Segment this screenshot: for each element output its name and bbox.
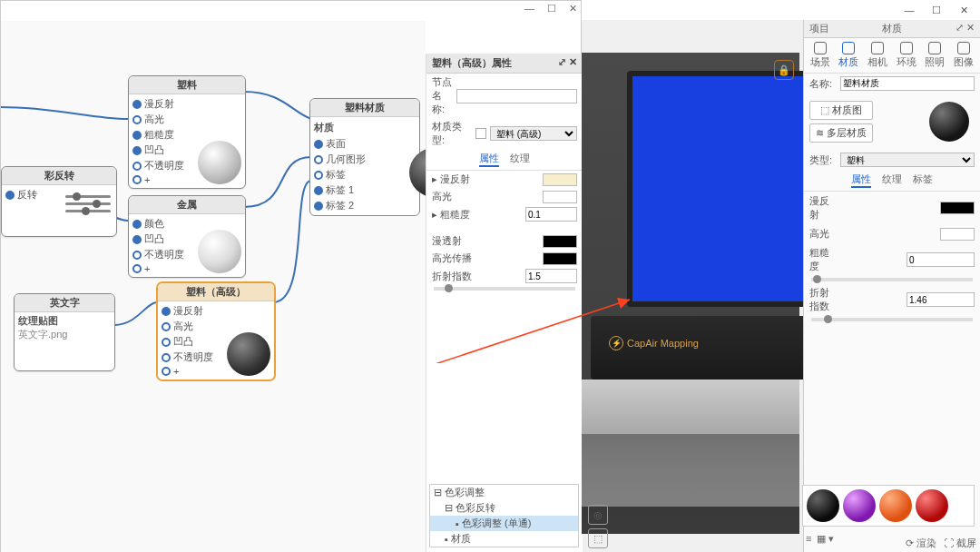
- node-plastic[interactable]: 塑料 漫反射 高光 粗糙度 凹凸 不透明度 +: [128, 75, 246, 189]
- rp-matgraph-button[interactable]: ⬚ 材质图: [809, 101, 873, 120]
- rp-ior-label: 折射指数: [809, 286, 837, 313]
- port-dot[interactable]: [132, 115, 142, 124]
- graph-window-controls: — ☐ ✕: [524, 3, 577, 15]
- node-color-invert-title: 彩反转: [2, 167, 116, 185]
- port-dot[interactable]: [162, 307, 171, 316]
- rp-undock-icon[interactable]: ⤢ ✕: [956, 22, 975, 35]
- tree-expand-icon[interactable]: ⊟: [445, 502, 453, 514]
- rp-tab-material[interactable]: 材质: [838, 42, 858, 69]
- graph-icon: ⬚: [820, 104, 829, 115]
- port-dot[interactable]: [132, 235, 142, 244]
- swatch-red[interactable]: [916, 489, 948, 522]
- rp-name-input[interactable]: [840, 76, 975, 91]
- main-close-button[interactable]: ✕: [951, 2, 976, 18]
- port-dot[interactable]: [132, 251, 142, 260]
- prop-tab-attr[interactable]: 属性: [479, 152, 499, 167]
- prop-type-select[interactable]: 塑料 (高级): [490, 126, 577, 141]
- status-bar: ⟳ 渲染 ⛶ 截屏: [906, 537, 976, 550]
- prop-type-label: 材质类型:: [432, 120, 472, 147]
- rp-tab-light[interactable]: 照明: [925, 42, 945, 69]
- rp-diff-swatch[interactable]: [940, 202, 975, 214]
- viewport-lock-icon[interactable]: 🔒: [774, 60, 794, 80]
- node-material-output[interactable]: 塑料材质 材质 表面 几何图形 标签 标签 1 标签 2: [309, 98, 420, 216]
- prop-type-swatch[interactable]: [475, 128, 486, 139]
- graph-max-button[interactable]: ☐: [547, 3, 556, 15]
- rp-type-select[interactable]: 塑料: [840, 153, 975, 167]
- prop-name-input[interactable]: [456, 89, 577, 104]
- rp-mat-label: 材质: [882, 22, 902, 35]
- port-dot[interactable]: [162, 322, 171, 331]
- rp-spec-swatch[interactable]: [940, 228, 975, 241]
- prop-ior-input[interactable]: [525, 269, 577, 283]
- render-button[interactable]: ⟳ 渲染: [906, 537, 936, 550]
- port-dot[interactable]: [162, 338, 171, 347]
- port-dot[interactable]: [132, 162, 142, 171]
- rp-rough-slider[interactable]: [813, 275, 821, 283]
- rp-tab-camera[interactable]: 相机: [867, 42, 887, 69]
- rp-tab-image[interactable]: 图像: [954, 42, 974, 69]
- rp-ior-slider[interactable]: [824, 315, 832, 323]
- port-dot[interactable]: [132, 131, 142, 140]
- list-view-icon[interactable]: ≡: [806, 533, 811, 545]
- main-min-button[interactable]: —: [897, 2, 922, 18]
- rp-ior-input[interactable]: [906, 292, 975, 307]
- node-tree[interactable]: ⊟色彩调整 ⊟色彩反转 ▪色彩调整 (单通) ▪材质: [429, 484, 579, 547]
- port-dot[interactable]: [314, 186, 323, 195]
- port-dot[interactable]: [132, 264, 142, 273]
- rp-spec-label: 高光: [809, 227, 837, 241]
- port-dot[interactable]: [162, 367, 171, 376]
- rp-rough-input[interactable]: [906, 252, 975, 267]
- toolbar-btn-2[interactable]: ⬚: [588, 528, 608, 548]
- grid-view-icon[interactable]: ▦ ▾: [817, 533, 834, 545]
- graph-min-button[interactable]: —: [524, 3, 534, 15]
- port-dot[interactable]: [314, 155, 323, 164]
- swatch-black[interactable]: [807, 489, 839, 522]
- prop-diffuse-swatch[interactable]: [543, 173, 577, 186]
- toolbar-btn-1[interactable]: ◎: [588, 505, 608, 525]
- swatch-orange[interactable]: [879, 489, 912, 522]
- prop-trans-swatch[interactable]: [543, 235, 577, 248]
- port-dot[interactable]: [314, 140, 323, 149]
- material-swatches: [802, 485, 975, 527]
- screenshot-button[interactable]: ⛶ 截屏: [944, 537, 976, 550]
- rp-tab-label[interactable]: 标签: [913, 172, 933, 188]
- rendered-logo: ⚡ CapAir Mapping: [609, 336, 699, 350]
- node-plastic-advanced[interactable]: 塑料（高级） 漫反射 高光 凹凸 不透明度 +: [157, 282, 275, 380]
- port-dot[interactable]: [5, 191, 15, 200]
- port-dot[interactable]: [132, 100, 142, 109]
- node-plastic-adv-preview: [227, 332, 270, 376]
- graph-close-button[interactable]: ✕: [569, 3, 577, 15]
- prop-undock-icon[interactable]: ⤢ ✕: [558, 56, 577, 70]
- port-dot[interactable]: [132, 146, 142, 155]
- swatch-purple[interactable]: [843, 489, 876, 522]
- prop-tab-tex[interactable]: 纹理: [510, 152, 530, 167]
- prop-specp-label: 高光传播: [432, 251, 472, 265]
- prop-ior-slider[interactable]: [445, 284, 453, 292]
- rp-tab-tex[interactable]: 纹理: [882, 172, 902, 188]
- node-color-invert[interactable]: 彩反转 反转: [1, 166, 117, 237]
- port-dot[interactable]: [132, 220, 142, 229]
- node-graph-canvas[interactable]: 彩反转 反转 塑料 漫反射 高光 粗糙度 凹凸 不透明度 +: [1, 21, 426, 552]
- port-dot[interactable]: [132, 175, 142, 184]
- node-texture-english[interactable]: 英文字 纹理贴图 英文字.png: [14, 293, 115, 371]
- prop-specp-swatch[interactable]: [543, 252, 577, 265]
- tree-expand-icon[interactable]: ⊟: [434, 487, 442, 498]
- node-matout-title: 塑料材质: [310, 99, 419, 117]
- prop-rough-input[interactable]: [525, 207, 577, 222]
- port-dot[interactable]: [162, 353, 171, 362]
- layers-icon: ≋: [816, 127, 824, 138]
- prop-spec-swatch[interactable]: [543, 191, 577, 203]
- port-dot[interactable]: [314, 202, 323, 211]
- node-plastic-preview: [198, 141, 241, 184]
- main-max-button[interactable]: ☐: [924, 2, 949, 18]
- render-viewport[interactable]: ⚡ CapAir Mapping 🔒: [582, 53, 799, 534]
- rp-tab-attr[interactable]: 属性: [851, 172, 871, 188]
- rp-multilayer-button[interactable]: ≋ 多层材质: [809, 123, 873, 143]
- rp-tab-scene[interactable]: 场景: [810, 42, 830, 69]
- image-icon: [957, 42, 970, 54]
- camera-icon: [871, 42, 884, 54]
- rp-tab-env[interactable]: 环境: [897, 42, 916, 69]
- node-metal[interactable]: 金属 颜色 凹凸 不透明度 +: [128, 195, 246, 278]
- node-eng-file: 英文字.png: [18, 328, 111, 341]
- port-dot[interactable]: [314, 171, 323, 180]
